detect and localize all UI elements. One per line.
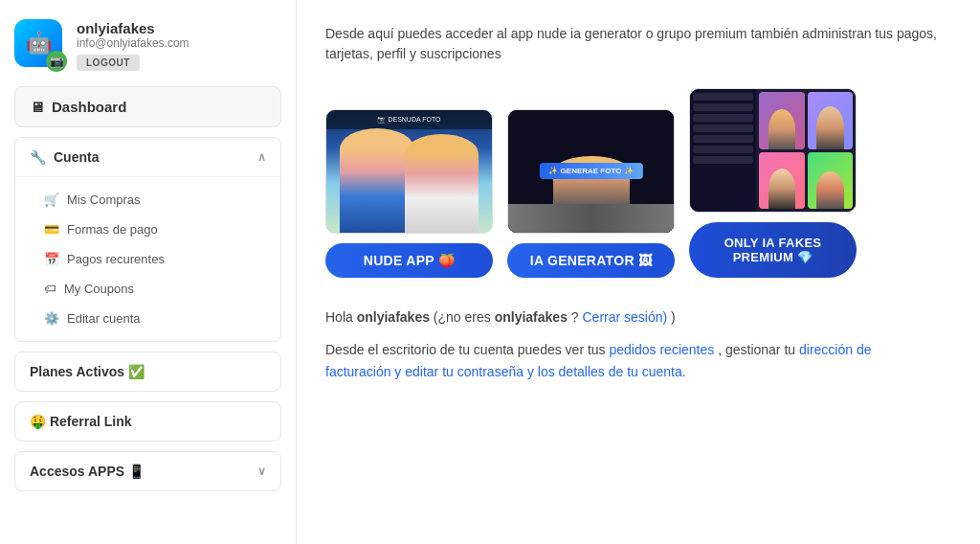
nude-app-thumbnail: 📷 DESNUDA FOTO: [325, 109, 493, 234]
avatar-container: 🤖 📷: [14, 19, 67, 72]
sidebar-item-dashboard[interactable]: 🖥 Dashboard: [14, 86, 281, 127]
cerrar-sesion-link[interactable]: Cerrar sesión): [583, 309, 668, 325]
pago-label: Formas de pago: [67, 222, 158, 237]
dashboard-label: Dashboard: [52, 99, 126, 115]
accesos-header[interactable]: Accesos APPS 📱 ∨: [15, 452, 280, 490]
cuenta-icon: 🔧: [30, 149, 46, 165]
cuenta-header-left: 🔧 Cuenta: [30, 149, 99, 165]
sidebar-section-cuenta: 🔧 Cuenta ∧ 🛒 Mis Compras 💳 Formas de pag…: [14, 137, 281, 342]
sidebar-section-referral[interactable]: 🤑 Referral Link: [14, 401, 281, 442]
planes-header-left: Planes Activos ✅: [30, 364, 145, 379]
greeting-username: onlyiafakes: [357, 309, 430, 325]
girl-figure-2: [405, 134, 479, 233]
greeting-username2: onlyiafakes: [495, 309, 568, 325]
apps-row: 📷 DESNUDA FOTO NUDE APP 🍑 ✨ ia generator: [325, 88, 951, 278]
logout-button[interactable]: LOGOUT: [77, 55, 140, 71]
desc2: , gestionar tu: [718, 342, 799, 357]
avatar-badge: 📷: [46, 51, 67, 72]
sidebar-item-pagos-recurrentes[interactable]: 📅 Pagos recurentes: [15, 244, 280, 274]
accesos-header-left: Accesos APPS 📱: [30, 464, 145, 479]
ia-generator-button[interactable]: IA GENERATOR 🖼: [507, 243, 675, 278]
pagos-label: Pagos recurentes: [67, 252, 165, 266]
coupons-label: My Coupons: [64, 282, 134, 296]
editar-icon: ⚙️: [44, 311, 59, 326]
app-card-premium: ONLY IA FAKES PREMIUM 💎: [689, 88, 857, 278]
premium-button[interactable]: ONLY IA FAKES PREMIUM 💎: [689, 222, 857, 278]
sidebar-section-accesos: Accesos APPS 📱 ∨: [14, 451, 281, 491]
accesos-label: Accesos APPS 📱: [30, 464, 145, 479]
sidebar-item-mis-compras[interactable]: 🛒 Mis Compras: [15, 185, 280, 215]
thumb-sidebar: [690, 89, 756, 212]
bottom-section: Hola onlyiafakes (¿no eres onlyiafakes ?…: [325, 306, 951, 382]
cuenta-label: Cuenta: [54, 149, 99, 165]
generate-foto-btn: ✨ GENERAE FOTO ✨: [539, 163, 642, 179]
sidebar-item-coupons[interactable]: 🏷 My Coupons: [15, 274, 280, 304]
compras-icon: 🛒: [44, 193, 59, 207]
badge-icon: 📷: [50, 55, 64, 68]
compras-label: Mis Compras: [67, 193, 141, 207]
intro-text: Desde aquí puedes acceder al app nude ia…: [325, 24, 947, 64]
pago-icon: 💳: [44, 222, 59, 237]
sidebar-section-planes[interactable]: Planes Activos ✅: [14, 351, 281, 392]
desc-text: Desde el escritorio de tu cuenta puedes …: [325, 339, 880, 382]
avatar-icon: 🤖: [26, 31, 52, 56]
planes-label: Planes Activos ✅: [30, 364, 145, 379]
editar-label: Editar cuenta: [67, 311, 141, 326]
username-display: onlyiafakes: [77, 20, 281, 36]
referral-label: 🤑 Referral Link: [30, 414, 131, 429]
desc-pre: Desde el escritorio de tu cuenta puedes …: [325, 342, 610, 357]
sidebar-item-editar-cuenta[interactable]: ⚙️ Editar cuenta: [15, 304, 280, 333]
ia-app-thumbnail: ✨ ia generator ✨ GENERAE FOTO ✨: [507, 109, 675, 234]
planes-header[interactable]: Planes Activos ✅: [15, 352, 280, 391]
sidebar-item-formas-pago[interactable]: 💳 Formas de pago: [15, 215, 280, 244]
main-content: Desde aquí puedes acceder al app nude ia…: [297, 0, 980, 544]
user-email: info@onlyiafakes.com: [77, 36, 281, 50]
pagos-icon: 📅: [44, 252, 59, 266]
cuenta-items: 🛒 Mis Compras 💳 Formas de pago 📅 Pagos r…: [15, 176, 280, 341]
nude-app-button[interactable]: NUDE APP 🍑: [325, 243, 493, 278]
user-info: onlyiafakes info@onlyiafakes.com LOGOUT: [77, 20, 281, 71]
coupons-icon: 🏷: [44, 282, 56, 296]
chevron-up-icon: ∧: [257, 150, 266, 164]
app-card-nude: 📷 DESNUDA FOTO NUDE APP 🍑: [325, 109, 493, 278]
cuenta-header[interactable]: 🔧 Cuenta ∧: [15, 138, 280, 176]
dashboard-icon: 🖥: [30, 99, 44, 115]
app-card-ia: ✨ ia generator ✨ GENERAE FOTO ✨ IA GENER…: [507, 109, 675, 278]
sidebar: 🤖 📷 onlyiafakes info@onlyiafakes.com LOG…: [0, 0, 297, 544]
greeting-text: Hola onlyiafakes (¿no eres onlyiafakes ?…: [325, 306, 951, 328]
pedidos-link[interactable]: pedidos recientes: [610, 342, 715, 357]
chevron-down-icon: ∨: [257, 465, 266, 478]
nude-thumb-topbar: 📷 DESNUDA FOTO: [326, 110, 492, 129]
user-profile: 🤖 📷 onlyiafakes info@onlyiafakes.com LOG…: [14, 19, 281, 72]
referral-header[interactable]: 🤑 Referral Link: [15, 402, 280, 441]
girl-figure-1: [340, 128, 414, 233]
premium-app-thumbnail: [689, 88, 857, 213]
